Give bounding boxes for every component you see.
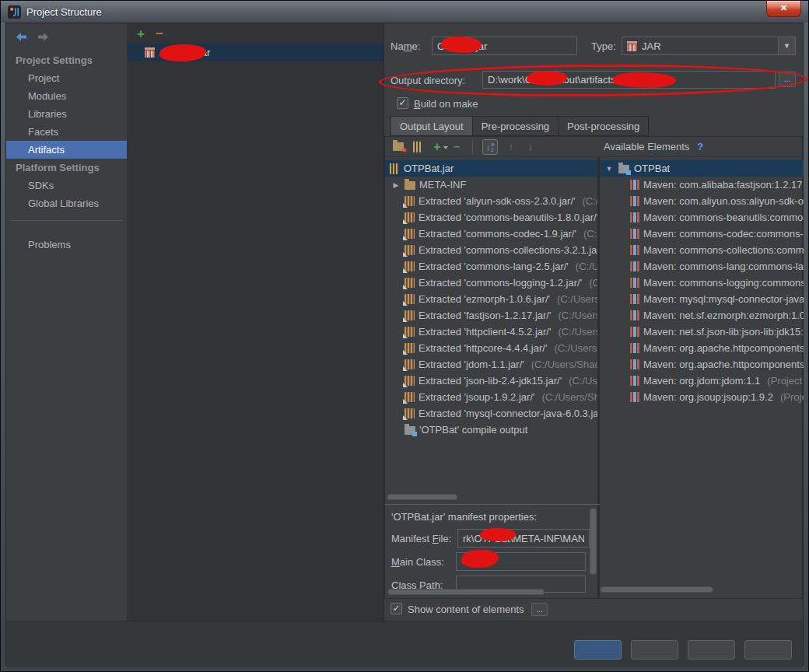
back-icon[interactable] — [14, 30, 28, 43]
layout-tree-row[interactable]: Extracted 'jsoup-1.9.2.jar/' (C:/Users/S… — [385, 389, 597, 405]
footer-button[interactable] — [574, 640, 622, 660]
layout-tree-row[interactable]: Extracted 'mysql-connector-java-6.0.3.ja… — [385, 405, 597, 422]
remove-artifact-icon[interactable]: − — [156, 27, 163, 40]
layout-tree-row[interactable]: 'OTPBat' compile output — [385, 422, 597, 438]
layout-tree-root[interactable]: OTPBat.jar — [385, 160, 597, 177]
jar-type-icon — [627, 41, 637, 51]
sidebar-item[interactable]: Artifacts — [6, 141, 127, 159]
available-element-row[interactable]: Maven: org.apache.httpcomponents:httpcli… — [600, 340, 804, 356]
available-elements-root[interactable]: ▼ OTPBat — [600, 160, 804, 177]
layout-tree-row[interactable]: Extracted 'commons-beanutils-1.8.0.jar/'… — [385, 209, 597, 226]
manifest-section: 'OTPBat.jar' manifest properties: Manife… — [385, 504, 600, 600]
sidebar-item[interactable]: Facets — [6, 123, 127, 141]
layout-tree-row[interactable]: Extracted 'commons-logging-1.2.jar/' (C:… — [385, 275, 597, 291]
type-select[interactable]: JAR ▼ — [622, 37, 796, 55]
project-structure-dialog: Project Structure ✕ Project SettingsProj… — [0, 0, 809, 672]
show-content-row: ✓ Show content of elements ... — [384, 602, 803, 619]
manifest-hscrollbar[interactable] — [387, 589, 545, 595]
sidebar-item[interactable]: Modules — [6, 87, 127, 105]
tab[interactable]: Output Layout — [390, 116, 473, 136]
layout-tree-row[interactable]: Extracted 'httpclient-4.5.2.jar/' (C:/Us… — [385, 324, 597, 340]
row-type-icon — [404, 426, 415, 435]
sidebar-item[interactable]: Global Libraries — [6, 194, 127, 212]
available-element-row[interactable]: Maven: commons-logging:commons-logging:1… — [600, 275, 804, 291]
layout-tree-row[interactable]: Extracted 'aliyun-sdk-oss-2.3.0.jar/' (C… — [385, 193, 597, 209]
available-element-row[interactable]: Maven: commons-lang:commons-lang:2.5 (Pr… — [600, 258, 804, 275]
layout-tree-row[interactable]: Extracted 'json-lib-2.4-jdk15.jar/' (C:/… — [385, 373, 597, 389]
available-element-row[interactable]: Maven: commons-codec:commons-codec:1.9 (… — [600, 226, 804, 242]
layout-tree-row[interactable]: Extracted 'commons-codec-1.9.jar/' (C:/U… — [385, 226, 597, 242]
sidebar-item[interactable]: Project — [6, 69, 127, 87]
footer-button[interactable] — [688, 640, 735, 660]
add-artifact-icon[interactable]: + — [137, 27, 145, 40]
close-button[interactable]: ✕ — [766, 1, 801, 17]
layout-tree-row[interactable]: Extracted 'commons-lang-2.5.jar/' (C:/Us… — [385, 258, 597, 275]
tab[interactable]: Post-processing — [558, 116, 649, 136]
available-element-row[interactable]: Maven: commons-beanutils:commons-beanuti… — [600, 209, 804, 226]
row-type-icon — [404, 310, 415, 320]
available-element-row[interactable]: Maven: commons-collections:commons-colle… — [600, 242, 804, 258]
sidebar-item[interactable]: Project Settings — [6, 51, 127, 69]
build-on-make-checkbox[interactable]: ✓ — [397, 97, 408, 109]
move-down-icon[interactable]: ↓ — [524, 141, 537, 153]
layout-tree-row[interactable]: Extracted 'httpcore-4.4.4.jar/' (C:/User… — [385, 340, 597, 356]
type-value: JAR — [642, 40, 661, 52]
available-element-row[interactable]: Maven: mysql:mysql-connector-java:6.0.3 … — [600, 291, 804, 307]
available-element-row[interactable]: Maven: org.jdom:jdom:1.1 (Project librar… — [600, 373, 804, 389]
footer-button[interactable] — [631, 640, 678, 660]
forward-icon[interactable] — [36, 30, 50, 43]
manifest-vscrollbar[interactable] — [590, 508, 597, 575]
layout-tree-row[interactable]: Extracted 'commons-collections-3.2.1.jar… — [385, 242, 597, 258]
sort-elements-icon[interactable]: ↓ az — [482, 139, 498, 155]
footer-button[interactable] — [744, 640, 792, 660]
move-up-icon[interactable]: ↑ — [505, 141, 517, 153]
show-content-checkbox[interactable]: ✓ — [390, 603, 402, 614]
new-folder-icon[interactable] — [392, 141, 404, 153]
help-question-icon[interactable]: ? — [697, 141, 703, 152]
layout-tree-row[interactable]: Extracted 'ezmorph-1.0.6.jar/' (C:/Users… — [385, 291, 597, 307]
output-directory-label: Output directory: — [390, 75, 465, 86]
sidebar-item[interactable]: SDKs — [6, 177, 127, 194]
add-element-icon[interactable]: + — [431, 141, 443, 153]
artifacts-list-panel: + − OTPBat:jar — [128, 23, 384, 621]
library-icon — [630, 278, 639, 288]
combo-arrow-icon[interactable]: ▼ — [778, 37, 795, 54]
available-element-row[interactable]: Maven: org.jsoup:jsoup:1.9.2 (Project li… — [600, 389, 804, 405]
sidebar-item[interactable]: Platform Settings — [6, 159, 127, 177]
available-element-row[interactable]: Maven: com.alibaba:fastjson:1.2.17 (Proj… — [600, 177, 804, 193]
sidebar-item[interactable]: Libraries — [6, 105, 127, 123]
output-browse-button[interactable]: ... — [779, 72, 796, 87]
library-icon — [630, 245, 639, 255]
main-class-input[interactable] — [456, 552, 586, 571]
library-icon — [630, 261, 639, 271]
create-archive-icon[interactable] — [412, 141, 424, 153]
name-input[interactable] — [432, 37, 577, 55]
sidebar-item[interactable] — [6, 220, 127, 236]
name-label: Name: — [390, 40, 420, 52]
sidebar: Project SettingsProjectModulesLibrariesF… — [6, 23, 128, 621]
chevron-icon[interactable]: ▶ — [391, 181, 401, 189]
available-element-row[interactable]: Maven: org.apache.httpcomponents:httpcor… — [600, 356, 804, 373]
left-tree-hscrollbar[interactable] — [387, 494, 457, 500]
sidebar-item[interactable]: Problems — [6, 236, 127, 254]
layout-tree-row[interactable]: Extracted 'fastjson-1.2.17.jar/' (C:/Use… — [385, 307, 597, 324]
manifest-file-input[interactable] — [457, 529, 590, 548]
chevron-down-icon[interactable]: ▼ — [604, 165, 614, 173]
available-element-row[interactable]: Maven: net.sf.ezmorph:ezmorph:1.0.6 (Pro… — [600, 307, 804, 324]
output-layout-tree: OTPBat.jar ▶ META-INF E — [385, 160, 597, 438]
show-content-more-button[interactable]: ... — [531, 603, 548, 616]
remove-element-icon[interactable]: − — [450, 141, 463, 153]
available-tree-hscrollbar[interactable] — [600, 586, 713, 593]
main-class-label: Main Class: — [391, 556, 444, 568]
output-directory-input[interactable] — [482, 71, 776, 89]
artifact-list-item[interactable]: OTPBat:jar — [128, 44, 383, 61]
layout-tree-row[interactable]: ▶ META-INF — [385, 177, 597, 193]
row-type-icon — [404, 327, 415, 337]
available-element-row[interactable]: Maven: com.aliyun.oss:aliyun-sdk-oss:2.3… — [600, 193, 804, 209]
library-icon — [630, 343, 639, 353]
tab[interactable]: Pre-processing — [472, 116, 559, 136]
available-element-row[interactable]: Maven: net.sf.json-lib:json-lib:jdk15:2.… — [600, 324, 804, 340]
layout-tree-row[interactable]: Extracted 'jdom-1.1.jar/' (C:/Users/Shac — [385, 356, 597, 373]
row-type-icon — [404, 212, 415, 222]
artifact-editor: Name: Type: JAR ▼ Output directory: ... … — [384, 23, 804, 621]
